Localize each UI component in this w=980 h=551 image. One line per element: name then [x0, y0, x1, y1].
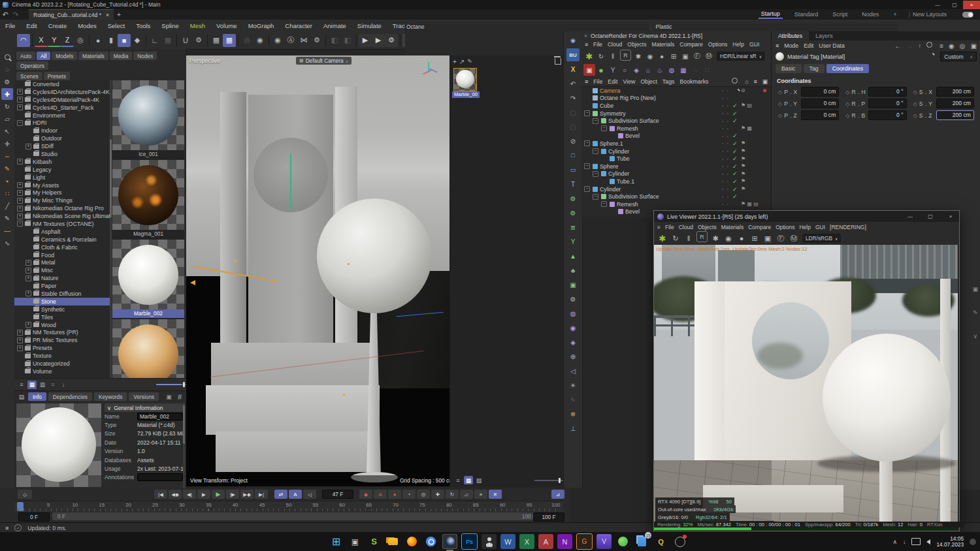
coordinate-system-toggle[interactable]: ◎ [74, 34, 87, 47]
key-diamond-icon[interactable] [845, 112, 849, 119]
key-diamond-icon[interactable] [778, 112, 782, 119]
expand-icon[interactable]: + [17, 206, 23, 212]
field-sphere-icon[interactable]: ◍ [566, 307, 580, 320]
thumb-marble-002[interactable]: Marble_002 [112, 240, 184, 318]
asset-tab-all[interactable]: All [37, 52, 50, 60]
thumbnail-size-slider[interactable] [156, 384, 186, 385]
g-app-icon[interactable]: G [576, 533, 593, 550]
keyframe-target-icon[interactable]: ◎ [417, 490, 430, 499]
redo-icon[interactable]: ↷ [10, 10, 21, 19]
visibility-dots[interactable] [722, 134, 732, 138]
axis-helper-icon[interactable]: ⊥ [566, 422, 580, 435]
coordinate-input[interactable]: 0 ° [868, 87, 906, 97]
boole-icon[interactable]: ▣ [566, 278, 580, 291]
expand-icon[interactable]: + [17, 345, 23, 351]
live-viewer-menu-item[interactable]: Objects [698, 224, 717, 230]
asset-tab-auto[interactable]: Auto [16, 52, 35, 60]
scatter-icon[interactable]: ◍ [666, 64, 678, 76]
keyframe-button[interactable]: ◇ [18, 490, 32, 499]
visibility-dots[interactable] [722, 157, 732, 161]
folder-item[interactable]: Outdoor [14, 134, 110, 142]
cloner-icon[interactable]: ≣ [566, 221, 580, 234]
object-item[interactable]: − Subdivision Surface ✓ [581, 193, 771, 200]
clock[interactable]: 14:05 14.07.2023 [936, 536, 964, 548]
folder-item[interactable]: Environment [14, 112, 110, 119]
asset-tab-materials[interactable]: Materials [78, 52, 108, 60]
octane-menu-item[interactable]: Cloud [608, 41, 622, 48]
object-item[interactable]: − Sphere.1 ✓ ⚑ [581, 140, 771, 148]
range-start-field[interactable]: 0 F [18, 512, 50, 522]
radial-clone-tool[interactable]: ◎ [240, 34, 253, 47]
visibility-dots[interactable] [722, 142, 732, 145]
visibility-dots[interactable] [722, 202, 732, 206]
lv-colorspace-dropdown[interactable]: LDR/sRGB ∨ [802, 234, 841, 243]
object-item[interactable]: Tube.1 ✓ ⚑ [581, 178, 771, 185]
mix-material-icon[interactable]: ⌂ [642, 64, 654, 76]
menu-item[interactable]: Spline [161, 22, 178, 29]
folder-item[interactable]: + My Assets [14, 181, 110, 189]
folder-item[interactable]: + Wood [14, 321, 110, 329]
attr-search-icon[interactable] [926, 42, 934, 50]
tree-scrollbar[interactable] [110, 80, 112, 379]
object-manager-menu-item[interactable]: File [593, 78, 602, 85]
key-diamond-icon[interactable] [845, 101, 849, 107]
minimize-button[interactable]: — [929, 1, 946, 9]
object-item[interactable]: − Cylinder ✓ ⚑ [581, 170, 771, 178]
record-keyframe-button[interactable]: ◆ [359, 490, 372, 499]
app-s-icon[interactable]: S [367, 534, 382, 549]
menu-item[interactable]: Simulate [357, 22, 382, 29]
expand-icon[interactable]: + [17, 97, 23, 102]
grid-menu-icon[interactable]: ∷ [701, 64, 713, 76]
parent-icon[interactable]: ↑ [918, 42, 921, 50]
visibility-dots[interactable] [722, 187, 732, 191]
expand-icon[interactable]: + [17, 190, 23, 196]
reset-render-button[interactable]: R [620, 50, 631, 61]
menu-item[interactable]: Select [108, 22, 125, 29]
object-manager-menu-item[interactable]: Object [640, 78, 657, 85]
chrome-icon[interactable] [423, 534, 438, 549]
quantize-toggle[interactable]: ▦ [223, 34, 236, 47]
display-cube-a[interactable]: ◧ [328, 34, 341, 47]
kernel-menu-button[interactable]: ✱ [709, 232, 722, 245]
live-viewer-menu-item[interactable]: GUI [815, 224, 825, 230]
folder-item[interactable]: + Misc [14, 266, 110, 274]
axis-mode[interactable]: ∟ [148, 34, 161, 47]
timeline-ruler[interactable]: 0510152025303540455055606570758085909510… [14, 501, 563, 512]
visibility-dots[interactable] [722, 150, 732, 153]
visibility-dots[interactable] [722, 172, 732, 176]
line-icon[interactable]: — [1, 225, 13, 236]
joint-icon[interactable]: Y [566, 235, 580, 248]
excel-icon[interactable]: X [519, 534, 534, 549]
folder-item[interactable]: + Nikomedias Scene Rig Ultimate [14, 212, 110, 220]
text-primitive-icon[interactable]: T [566, 178, 580, 191]
folder-item[interactable]: + Metal [14, 259, 110, 266]
expand-icon[interactable]: + [25, 322, 31, 328]
spline-pen-menu[interactable]: ● [91, 34, 105, 47]
live-viewer-menu-item[interactable]: Options [776, 224, 794, 230]
folder-item[interactable]: + Cycles4DArchitecturePack-4K [14, 88, 110, 96]
prev-key-button[interactable]: ◀◆ [169, 490, 182, 499]
menu-item[interactable]: Character [285, 22, 312, 29]
region-render-button[interactable]: ⊞ [668, 50, 679, 62]
om-panel-icon[interactable]: ▣ [762, 78, 768, 85]
range-end-field[interactable]: 100 F [533, 512, 564, 522]
object-manager-menu-item[interactable]: View [623, 78, 636, 85]
lv-maximize-button[interactable]: ▢ [922, 212, 939, 222]
glossy-material-icon[interactable]: ○ [619, 64, 630, 76]
folder-item[interactable]: Texture [14, 352, 110, 360]
folder-item[interactable]: Legacy [14, 166, 110, 174]
live-viewer-menu-item[interactable]: Cloud [679, 224, 693, 230]
attr-filter-icon[interactable]: ≡ [939, 42, 943, 50]
tag-icons[interactable]: ⚑ [741, 148, 763, 154]
spline-icon[interactable]: ∿ [1, 237, 13, 249]
enable-check-icon[interactable]: ✓ [732, 118, 741, 124]
x-axis-lock[interactable]: X [35, 34, 48, 47]
lv-close-button[interactable]: × [942, 212, 959, 222]
tool-settings[interactable]: ⚙ [310, 34, 323, 47]
octane-logo-button[interactable]: ✱ [583, 50, 595, 62]
expand-icon[interactable]: − [17, 120, 23, 126]
expand-icon[interactable]: + [17, 104, 23, 110]
object-item[interactable]: − Remesh ⚑ ▦ [581, 125, 771, 133]
move-tool[interactable]: ✚ [1, 88, 13, 100]
folder-item[interactable]: − HDRI [14, 119, 110, 127]
